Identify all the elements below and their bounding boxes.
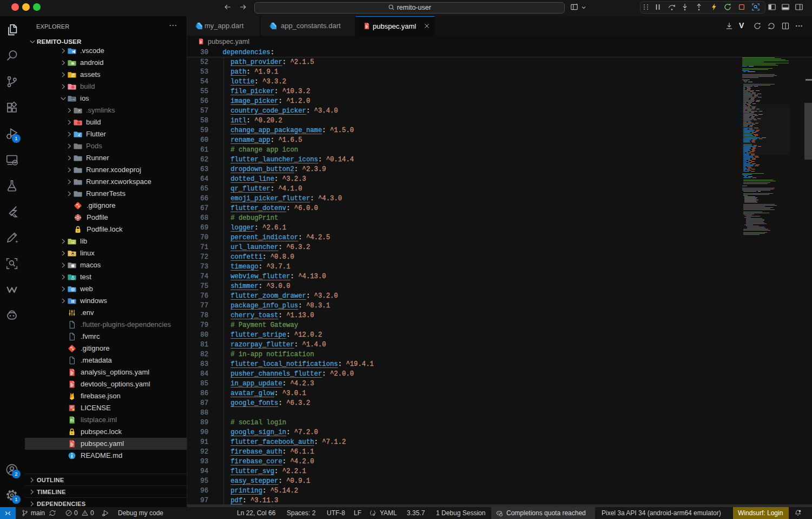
svg-text:iOS: iOS <box>71 98 75 100</box>
